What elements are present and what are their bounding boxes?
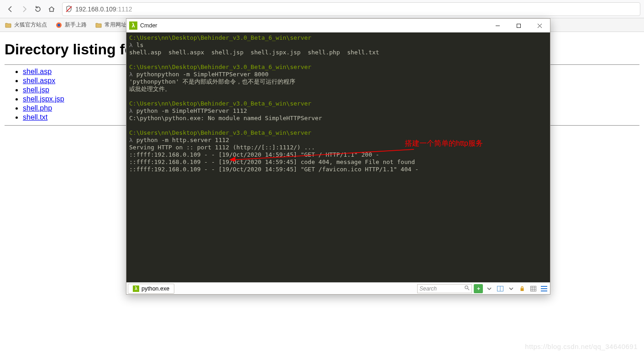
command-text: ls [136,42,144,48]
search-input[interactable]: Search [417,284,472,293]
output-text: shell.asp shell.aspx shell.jsp shell.jsp… [129,49,379,56]
terminal-block: C:\Users\nn\Desktop\Behinder_v3.0_Beta_6… [129,34,547,173]
cwd-line: C:\Users\nn\Desktop\Behinder_v3.0_Beta_6… [129,34,311,41]
svg-line-0 [66,6,72,12]
home-button[interactable] [45,2,58,16]
file-link[interactable]: shell.asp [23,68,52,75]
bookmark-label: 火狐官方站点 [14,21,47,29]
search-icon [464,285,470,292]
cmder-window: λ Cmder C:\Users\nn\Desktop\Behinder_v3.… [126,18,550,295]
command-text: python -m http.server 1112 [136,137,230,143]
window-minimize-button[interactable] [487,19,508,32]
cwd-line: C:\Users\nn\Desktop\Behinder_v3.0_Beta_6… [129,100,311,107]
svg-point-2 [58,24,60,26]
chevron-down-icon[interactable] [507,284,516,293]
terminal-tab[interactable]: λ python.exe [128,284,174,294]
prompt-icon: λ [129,42,133,48]
split-view-icon[interactable] [496,284,505,293]
new-tab-button[interactable]: ＋ [474,284,483,293]
lock-icon[interactable] [518,284,527,293]
terminal-body[interactable]: C:\Users\nn\Desktop\Behinder_v3.0_Beta_6… [126,32,550,282]
svg-point-6 [465,286,468,289]
nav-back-button[interactable] [4,2,17,16]
svg-rect-3 [517,24,520,27]
output-text: 'pythonpython' 不是内部或外部命令，也不是可运行的程序 或批处理文… [129,78,295,92]
address-text: 192.168.0.109:1112 [75,5,640,13]
command-text: python -m SimpleHTTPServer 1112 [136,107,247,114]
browser-toolbar: 192.168.0.109:1112 [0,0,644,18]
cmder-title-text: Cmder [140,22,487,29]
tab-label: python.exe [141,285,169,292]
bookmark-item-1[interactable]: 新手上路 [55,21,87,29]
firefox-icon [55,21,63,29]
cmder-tab-icon: λ [133,285,139,292]
file-link[interactable]: shell.jspx.jsp [23,95,64,103]
watermark-text: https://blog.csdn.net/qq_34640691 [525,343,638,350]
annotation-text: 搭建一个简单的http服务 [405,140,483,147]
cmder-titlebar[interactable]: λ Cmder [126,19,550,32]
folder-icon [95,21,102,29]
window-maximize-button[interactable] [508,19,529,32]
bookmark-item-2[interactable]: 常用网址 [95,21,126,29]
prompt-icon: λ [129,71,133,78]
cwd-line: C:\Users\nn\Desktop\Behinder_v3.0_Beta_6… [129,63,311,70]
svg-rect-10 [521,288,524,291]
command-text: pythonpython -m SimpleHTTPServer 8000 [136,71,269,78]
file-link[interactable]: shell.aspx [23,77,55,85]
tracking-shield-icon[interactable] [63,3,75,16]
cmder-status-bar: λ python.exe Search ＋ [126,282,550,294]
svg-rect-11 [530,286,536,291]
window-close-button[interactable] [529,19,550,32]
nav-forward-button[interactable] [17,2,31,16]
svg-rect-18 [541,291,547,291]
bookmark-item-0[interactable]: 火狐官方站点 [5,21,47,29]
cmder-app-icon: λ [129,21,137,30]
prompt-icon: λ [129,137,133,143]
address-port: :1112 [116,5,132,13]
reload-button[interactable] [31,2,45,16]
svg-line-7 [468,289,469,290]
folder-icon [5,21,12,29]
address-bar[interactable]: 192.168.0.109:1112 [62,2,640,16]
output-text: Serving HTTP on :: port 1112 (http://[::… [129,144,419,173]
cwd-line: C:\Users\nn\Desktop\Behinder_v3.0_Beta_6… [129,129,311,136]
svg-rect-16 [541,286,547,287]
file-link[interactable]: shell.txt [23,113,47,121]
output-text: C:\python\python.exe: No module named Si… [129,115,322,122]
search-placeholder: Search [419,285,437,292]
file-link[interactable]: shell.php [23,104,52,112]
prompt-icon: λ [129,107,133,114]
bookmark-label: 常用网址 [105,21,126,29]
file-link[interactable]: shell.jsp [23,86,49,94]
bookmark-label: 新手上路 [65,21,87,29]
svg-rect-17 [541,288,547,289]
address-host: 192.168.0.109 [75,5,116,13]
grid-icon[interactable] [529,284,538,293]
hamburger-menu-icon[interactable] [539,284,549,293]
chevron-down-icon[interactable] [485,284,494,293]
